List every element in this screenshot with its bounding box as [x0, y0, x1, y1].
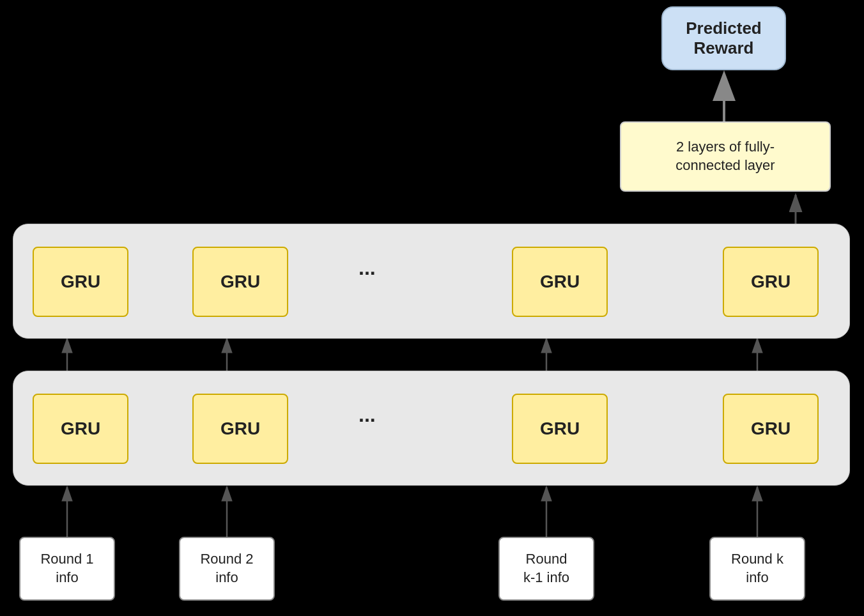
fc-layer-box: 2 layers of fully-connected layer	[620, 121, 831, 192]
input-box-1: Round 1info	[19, 537, 115, 601]
bot-gru-box-4: GRU	[723, 394, 819, 464]
top-gru-box-3: GRU	[512, 247, 608, 317]
diagram-container: PredictedReward 2 layers of fully-connec…	[0, 0, 864, 616]
input-box-4: Round kinfo	[709, 537, 805, 601]
predicted-reward-box: PredictedReward	[661, 6, 786, 70]
top-gru-box-4: GRU	[723, 247, 819, 317]
bot-gru-box-1: GRU	[33, 394, 128, 464]
bot-layer-dots: ···	[359, 408, 376, 432]
predicted-reward-label: PredictedReward	[686, 19, 762, 58]
bot-gru-box-2: GRU	[192, 394, 288, 464]
gru-layer-bottom: GRU GRU GRU GRU ···	[13, 371, 850, 486]
input-box-2: Round 2info	[179, 537, 275, 601]
top-layer-dots: ···	[359, 261, 376, 285]
fc-layer-label: 2 layers of fully-connected layer	[675, 138, 775, 174]
gru-layer-top: GRU GRU GRU GRU ···	[13, 224, 850, 339]
bot-gru-box-3: GRU	[512, 394, 608, 464]
top-gru-box-1: GRU	[33, 247, 128, 317]
input-box-3: Roundk-1 info	[498, 537, 594, 601]
top-gru-box-2: GRU	[192, 247, 288, 317]
